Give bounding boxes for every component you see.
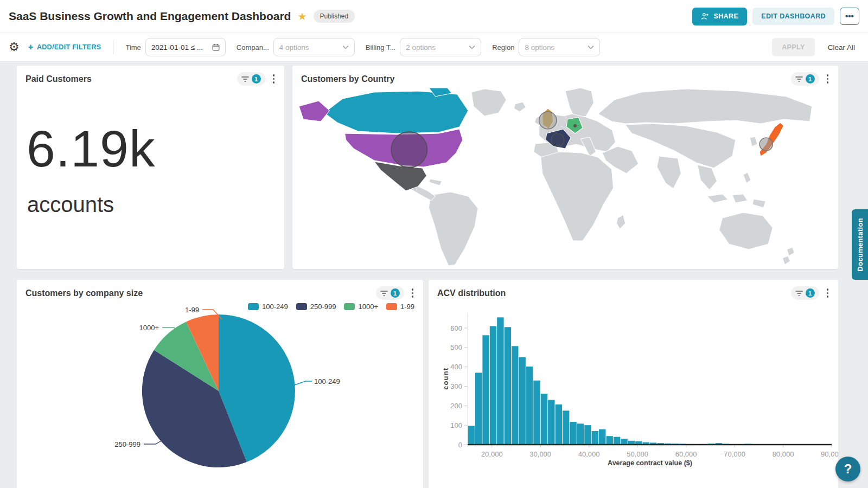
billing-filter-value: 2 options xyxy=(406,43,436,52)
panel-customers-by-country: Customers by Country 1 xyxy=(292,66,838,269)
pie-callout-label: 1000+ xyxy=(139,324,159,332)
map-bubble-united-kingdom[interactable] xyxy=(539,112,557,129)
histogram-bar[interactable] xyxy=(541,394,547,445)
histogram-bar[interactable] xyxy=(468,426,475,445)
header: SaaS Business Growth and Engagement Dash… xyxy=(0,0,868,33)
more-options-button[interactable]: ••• xyxy=(840,8,859,25)
dashboard-body: Paid Customers 1 6.19k accounts Customer… xyxy=(0,62,868,488)
y-tick-label: 300 xyxy=(450,382,462,390)
histogram-bar[interactable] xyxy=(497,317,503,445)
y-tick-label: 200 xyxy=(450,402,462,410)
map-bubble-japan[interactable] xyxy=(760,138,773,151)
region-filter-select[interactable]: 8 options xyxy=(519,38,600,56)
x-tick-label: 40,000 xyxy=(578,450,600,458)
histogram-bar[interactable] xyxy=(505,327,511,445)
kebab-menu-icon[interactable] xyxy=(270,72,278,86)
divider xyxy=(113,40,113,54)
company-filter-label: Compan... xyxy=(237,43,269,52)
histogram-bar[interactable] xyxy=(570,422,576,445)
map-bubble-germany[interactable] xyxy=(573,124,577,127)
legend-label: 1-99 xyxy=(400,303,414,311)
histogram-bar[interactable] xyxy=(482,335,489,445)
histogram-bar[interactable] xyxy=(548,400,554,445)
panel-filter-indicator[interactable]: 1 xyxy=(791,72,819,86)
histogram-bar[interactable] xyxy=(490,326,496,445)
documentation-tab[interactable]: Documentation xyxy=(852,209,868,280)
plus-icon: + xyxy=(28,42,34,53)
histogram-bars xyxy=(468,317,751,445)
edit-dashboard-button[interactable]: EDIT DASHBOARD xyxy=(752,8,834,25)
favorite-star-icon[interactable]: ★ xyxy=(297,11,307,22)
map-country-canada[interactable] xyxy=(324,91,468,133)
histogram-bar[interactable] xyxy=(475,373,482,445)
share-button-label: SHARE xyxy=(713,12,738,20)
histogram-chart: 010020030040050060020,00030,00040,00050,… xyxy=(429,302,838,488)
kebab-menu-icon[interactable] xyxy=(824,286,832,300)
histogram-bar[interactable] xyxy=(519,357,525,445)
filter-bar: ⚙ + ADD/EDIT FILTERS Time 2021-01-01 ≤ .… xyxy=(0,33,868,62)
chevron-down-icon xyxy=(469,45,475,49)
histogram-bar[interactable] xyxy=(577,423,584,445)
legend-item-1000+[interactable]: 1000+ xyxy=(344,303,378,311)
panel-filter-indicator[interactable]: 1 xyxy=(376,286,404,300)
panel-filter-indicator[interactable]: 1 xyxy=(237,72,265,86)
panel-acv-distribution: ACV distribution 1 010020030040050060020… xyxy=(429,280,838,488)
histogram-bar[interactable] xyxy=(614,437,620,445)
filter-count-badge: 1 xyxy=(391,288,400,298)
add-edit-filters-button[interactable]: + ADD/EDIT FILTERS xyxy=(28,42,101,53)
status-badge: Published xyxy=(314,10,355,23)
billing-filter-label: Billing T... xyxy=(366,43,395,52)
filter-icon xyxy=(380,290,388,297)
map-bubble-france[interactable] xyxy=(551,133,564,146)
pie-callout-label: 1-99 xyxy=(185,306,199,314)
x-tick-label: 90,000 xyxy=(821,450,838,458)
help-button-label: ? xyxy=(844,461,852,477)
panel-filter-indicator[interactable]: 1 xyxy=(791,286,819,300)
legend-swatch xyxy=(386,303,397,310)
panel-title: Paid Customers xyxy=(25,74,92,84)
y-axis-title: count xyxy=(442,367,450,390)
map-bubble-united-states[interactable] xyxy=(391,132,427,168)
histogram-bar[interactable] xyxy=(592,431,598,445)
filter-count-badge: 1 xyxy=(252,74,261,84)
pie-callout-line xyxy=(295,381,312,385)
share-person-icon xyxy=(701,12,709,21)
panel-title: Customers by Country xyxy=(301,74,394,84)
billing-filter-select[interactable]: 2 options xyxy=(400,38,481,56)
clear-all-button[interactable]: Clear All xyxy=(828,43,855,52)
histogram-bar[interactable] xyxy=(606,436,612,445)
histogram-bar[interactable] xyxy=(563,410,569,445)
kebab-menu-icon[interactable] xyxy=(409,286,417,300)
pie-legend: 100-249250-9991000+1-99 xyxy=(248,303,414,311)
legend-swatch xyxy=(296,303,307,310)
kebab-menu-icon[interactable] xyxy=(824,72,832,86)
legend-item-1-99[interactable]: 1-99 xyxy=(386,303,414,311)
histogram-bar[interactable] xyxy=(556,404,562,445)
map-country-alaska[interactable] xyxy=(299,101,329,121)
legend-item-250-999[interactable]: 250-999 xyxy=(296,303,336,311)
histogram-bar[interactable] xyxy=(512,346,518,445)
histogram-bar[interactable] xyxy=(526,367,533,445)
filter-icon xyxy=(795,290,803,297)
apply-button[interactable]: APPLY xyxy=(772,38,815,56)
kpi-value: 6.19k xyxy=(27,119,284,178)
legend-label: 250-999 xyxy=(310,303,336,311)
world-map[interactable] xyxy=(292,88,838,269)
pie-slices xyxy=(142,314,295,467)
histogram-bar[interactable] xyxy=(584,425,591,445)
histogram-bar[interactable] xyxy=(599,429,605,445)
x-axis-title: Average contract value ($) xyxy=(608,459,692,467)
time-filter-input[interactable]: 2021-01-01 ≤ ... xyxy=(145,38,226,56)
share-button[interactable]: SHARE xyxy=(692,8,747,25)
company-filter-value: 4 options xyxy=(279,43,309,52)
filter-count-badge: 1 xyxy=(806,74,815,84)
gear-icon[interactable]: ⚙ xyxy=(9,40,20,54)
legend-label: 1000+ xyxy=(358,303,378,311)
company-filter-select[interactable]: 4 options xyxy=(273,38,355,56)
help-button[interactable]: ? xyxy=(835,457,860,481)
x-tick-label: 80,000 xyxy=(773,450,794,458)
histogram-bar[interactable] xyxy=(533,381,540,445)
legend-item-100-249[interactable]: 100-249 xyxy=(248,303,288,311)
histogram-bar[interactable] xyxy=(621,439,627,445)
legend-swatch xyxy=(344,303,355,310)
